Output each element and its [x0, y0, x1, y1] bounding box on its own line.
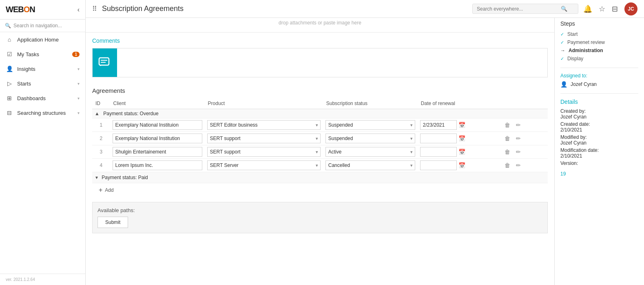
step-payment-review: ✓ Paymenet review [560, 38, 638, 46]
row-num: 3 [92, 145, 110, 159]
edit-button[interactable]: ✏ [514, 134, 522, 142]
home-icon: ⌂ [6, 36, 13, 43]
sidebar-item-starts[interactable]: ▷ Starts ▾ [0, 76, 85, 91]
product-select[interactable]: SERT support SERT Editor business SERT S… [207, 134, 321, 143]
date-input[interactable] [420, 134, 457, 143]
sidebar-collapse-button[interactable]: ‹ [77, 6, 80, 13]
modification-date-row: Modification date: 2/10/2021 [560, 147, 638, 159]
table-row: 3 SERT support SERT Editor business SERT… [92, 145, 548, 159]
sidebar-search[interactable]: 🔍 Search in navigation... [0, 20, 85, 32]
date-cell: 📅 [418, 132, 500, 145]
calendar-icon[interactable]: 📅 [458, 149, 465, 155]
sidebar-item-label: Application Home [17, 37, 80, 43]
client-cell [110, 118, 205, 132]
status-cell: Suspended Active Cancelled [323, 118, 418, 132]
client-input[interactable] [113, 134, 202, 143]
col-client-header: Client [110, 98, 205, 109]
version-link[interactable]: 19 [560, 171, 566, 177]
sidebar-item-searching-structures[interactable]: ⊟ Searching structures ▾ [0, 105, 85, 120]
search-input[interactable] [477, 6, 558, 12]
client-input[interactable] [113, 160, 202, 170]
delete-button[interactable]: 🗑 [503, 148, 512, 156]
step-start: ✓ Start [560, 30, 638, 38]
layout-icon[interactable]: ⊟ [612, 4, 618, 13]
delete-button[interactable]: 🗑 [503, 121, 512, 129]
row-num: 4 [92, 159, 110, 172]
edit-button[interactable]: ✏ [514, 121, 522, 129]
step-label: Display [567, 56, 583, 61]
client-input[interactable] [113, 147, 202, 157]
group-overdue-header: ▲ Payment status: Overdue [92, 109, 548, 118]
delete-button[interactable]: 🗑 [503, 134, 512, 142]
comment-textarea[interactable] [117, 48, 547, 77]
details-title: Details [560, 99, 638, 105]
header-icons: 🔔 ☆ ⊟ JC [583, 2, 637, 15]
group-toggle-paid[interactable]: ▾ [95, 175, 98, 180]
calendar-icon[interactable]: 📅 [458, 122, 465, 128]
sidebar-item-my-tasks[interactable]: ☑ My Tasks 1 [0, 47, 85, 61]
sidebar-footer: ver. 2021.1.2.64 [0, 274, 85, 285]
starts-icon: ▷ [6, 80, 13, 87]
svg-rect-0 [99, 58, 109, 65]
product-select[interactable]: SERT Server SERT Editor business SERT su… [207, 160, 321, 170]
agreements-table: ID Client Product Subscription status Da… [92, 98, 548, 183]
step-display: ✓ Display [560, 55, 638, 63]
sidebar-item-label: Dashboards [17, 95, 73, 101]
product-cell: SERT Server SERT Editor business SERT su… [205, 159, 323, 172]
sidebar-item-label: Starts [17, 81, 73, 87]
client-input[interactable] [113, 120, 202, 130]
delete-button[interactable]: 🗑 [503, 161, 512, 169]
group-toggle-overdue[interactable]: ▲ [95, 111, 100, 116]
paths-section: Available paths: Submit [92, 202, 548, 233]
modified-by-row: Modified by: Jozef Cyran [560, 134, 638, 146]
insights-icon: 👤 [6, 65, 13, 72]
edit-button[interactable]: ✏ [514, 148, 522, 156]
sidebar-item-app-home[interactable]: ⌂ Application Home [0, 32, 85, 47]
date-input[interactable] [420, 160, 457, 170]
step-label: Start [567, 31, 578, 37]
version-label: Version: [560, 160, 638, 166]
edit-button[interactable]: ✏ [514, 161, 522, 169]
comments-input-area [92, 48, 548, 77]
search-icon: 🔍 [561, 6, 567, 12]
group-overdue-label: Payment status: Overdue [103, 111, 158, 116]
add-button[interactable]: + Add [99, 186, 114, 194]
chevron-down-icon: ▾ [77, 67, 80, 71]
status-select[interactable]: Suspended Active Cancelled [325, 120, 415, 130]
version-row: Version: 19 [560, 160, 638, 177]
status-select[interactable]: Cancelled Suspended Active [325, 160, 415, 170]
date-input[interactable] [420, 147, 457, 157]
header-search-bar[interactable]: 🔍 [472, 4, 578, 14]
col-product-header: Product [205, 98, 323, 109]
steps-title: Steps [560, 20, 638, 27]
row-num: 1 [92, 118, 110, 132]
star-icon[interactable]: ☆ [599, 4, 605, 13]
status-select[interactable]: Suspended Active Cancelled [325, 134, 415, 143]
notification-icon[interactable]: 🔔 [583, 4, 592, 13]
checkmark-icon: ✓ [560, 32, 564, 37]
date-cell: 📅 [418, 145, 500, 159]
product-cell: SERT Editor business SERT support SERT S… [205, 118, 323, 132]
created-date-value: 2/10/2021 [560, 127, 638, 133]
modified-by-value: Jozef Cyran [560, 140, 638, 146]
client-cell [110, 159, 205, 172]
date-cell: 📅 [418, 118, 500, 132]
date-input[interactable] [420, 120, 457, 130]
product-select[interactable]: SERT Editor business SERT support SERT S… [207, 120, 321, 130]
grid-icon[interactable]: ⠿ [92, 5, 97, 13]
step-administration: → Administration [560, 46, 638, 55]
chevron-down-icon: ▾ [77, 96, 80, 101]
add-label: Add [105, 187, 113, 193]
calendar-icon[interactable]: 📅 [458, 162, 465, 169]
submit-button[interactable]: Submit [97, 217, 128, 228]
sidebar-item-dashboards[interactable]: ⊞ Dashboards ▾ [0, 91, 85, 105]
calendar-icon[interactable]: 📅 [458, 135, 465, 142]
status-select[interactable]: Active Suspended Cancelled [325, 147, 415, 157]
product-select[interactable]: SERT support SERT Editor business SERT S… [207, 147, 321, 157]
step-label: Administration [569, 48, 603, 53]
created-by-label: Created by: [560, 108, 638, 114]
add-row: + Add [92, 183, 548, 197]
sidebar-item-insights[interactable]: 👤 Insights ▾ [0, 61, 85, 76]
avatar[interactable]: JC [624, 2, 637, 15]
assigned-user: 👤 Jozef Cyran [560, 81, 638, 88]
